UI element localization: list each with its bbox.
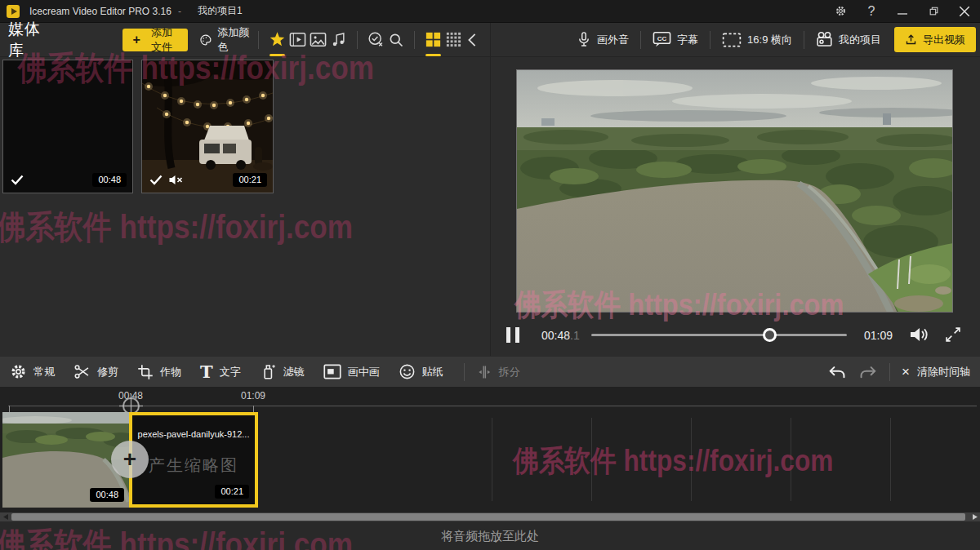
timeline-scrollbar[interactable]: [0, 512, 980, 521]
titlebar: Icecream Video Editor PRO 3.16 - 我的项目1 ?: [0, 0, 980, 23]
audio-drop-zone[interactable]: 将音频拖放至此处: [0, 521, 980, 550]
speaker-icon: [909, 326, 930, 344]
volume-button[interactable]: [909, 326, 930, 344]
timeline-slot-divider: [890, 418, 891, 501]
scrollbar-thumb[interactable]: [11, 513, 965, 521]
tool-crop[interactable]: 作物: [137, 364, 181, 380]
fullscreen-button[interactable]: [945, 326, 961, 343]
project-toolbar: 画外音 CC 字幕 16:9 横向: [490, 23, 980, 56]
view-large-grid-button[interactable]: [425, 29, 442, 51]
microphone-icon: [577, 31, 591, 48]
grid-small-icon: [446, 32, 461, 47]
subtitles-button[interactable]: CC 字幕: [653, 31, 698, 48]
add-file-button[interactable]: + 添加文件: [122, 29, 188, 51]
pause-button[interactable]: [506, 327, 521, 343]
title-separator: -: [178, 6, 181, 17]
tab-videos[interactable]: [289, 29, 306, 51]
filter-jar-icon: [260, 363, 277, 380]
svg-text:CC: CC: [657, 35, 667, 42]
tool-general[interactable]: 常规: [10, 363, 55, 380]
redo-icon: [858, 364, 878, 380]
toolbar-divider: [640, 31, 641, 49]
maximize-button[interactable]: [918, 0, 949, 23]
gear-icon: [10, 363, 27, 380]
checkmark-icon: [11, 175, 24, 185]
toolsbar-divider: [889, 363, 890, 381]
clip-thumbnail-status: 产生缩略图: [132, 455, 255, 477]
toolbar-divider: [414, 31, 415, 49]
toolbar-divider: [804, 31, 804, 49]
my-projects-button[interactable]: 我的项目: [816, 31, 881, 48]
ruler-marker-end: 01:09: [234, 390, 272, 401]
preview-frame-river: [517, 70, 953, 313]
add-color-button[interactable]: 添加颜色: [199, 25, 251, 55]
tool-sticker[interactable]: 贴纸: [399, 363, 443, 380]
video-preview[interactable]: [516, 69, 953, 313]
aspect-ratio-icon: [722, 33, 742, 47]
plus-icon: +: [133, 33, 140, 47]
app-title: Icecream Video Editor PRO 3.16: [29, 6, 172, 17]
duration-badge: 00:21: [233, 173, 267, 187]
timeline: 00:48 01:09: [0, 387, 980, 519]
timeline-slot-divider: [791, 418, 791, 501]
clear-x-icon: ×: [902, 365, 910, 379]
scissors-icon: [74, 363, 91, 380]
ruler-line[interactable]: [8, 406, 977, 406]
collapse-panel-button[interactable]: [463, 29, 480, 51]
expand-icon: [945, 326, 961, 343]
audio-drop-hint: 将音频拖放至此处: [441, 529, 539, 544]
duration-badge: 00:21: [215, 485, 249, 499]
crop-icon: [137, 364, 154, 380]
media-item-camper-clip[interactable]: 00:21: [141, 60, 274, 193]
seek-slider[interactable]: [591, 334, 847, 336]
undo-icon: [827, 364, 847, 380]
text-tool-icon: T: [200, 364, 213, 380]
tab-audio[interactable]: [330, 29, 347, 51]
minimize-button[interactable]: [887, 0, 918, 23]
watermark: 佛系软件 https://foxirj.com: [0, 205, 353, 250]
tab-images[interactable]: [310, 29, 327, 51]
deselect-all-button[interactable]: [368, 29, 385, 51]
redo-button[interactable]: [858, 364, 878, 380]
clear-timeline-button[interactable]: × 清除时间轴: [902, 365, 970, 379]
project-name: 我的项目1: [198, 4, 243, 18]
chevron-left-icon: [466, 33, 479, 47]
tool-pip[interactable]: 画中画: [323, 364, 380, 379]
timeline-slot-divider: [691, 418, 692, 501]
media-item-dark-clip[interactable]: 00:48: [2, 60, 133, 193]
scroll-right-arrow[interactable]: [969, 512, 980, 521]
scroll-left-arrow[interactable]: [0, 512, 11, 521]
tool-trim[interactable]: 修剪: [74, 363, 118, 380]
search-icon: [388, 32, 404, 48]
split-icon: [476, 364, 492, 380]
toolbar-divider: [710, 31, 710, 49]
media-toolbar: 媒体库 + 添加文件 添加颜色: [0, 23, 490, 56]
tool-filter[interactable]: 滤镜: [260, 363, 305, 380]
tab-favorites[interactable]: [269, 29, 286, 51]
settings-gear-icon[interactable]: [825, 0, 856, 23]
aspect-ratio-button[interactable]: 16:9 横向: [722, 33, 792, 47]
upload-icon: [905, 33, 917, 46]
add-transition-button[interactable]: +: [111, 441, 149, 478]
seek-slider-knob[interactable]: [763, 328, 777, 342]
close-button[interactable]: [949, 0, 980, 23]
clip-filename: pexels-pavel-danilyuk-912...: [132, 429, 255, 439]
tool-text[interactable]: T 文字: [200, 364, 241, 380]
toolbar-divider: [258, 31, 259, 49]
search-button[interactable]: [388, 29, 405, 51]
help-button[interactable]: ?: [856, 0, 887, 23]
tool-split[interactable]: 拆分: [476, 364, 520, 380]
image-icon: [310, 32, 327, 47]
grid-large-icon: [425, 32, 441, 47]
total-time: 01:09: [864, 329, 893, 342]
voiceover-button[interactable]: 画外音: [577, 31, 629, 48]
toolbar-divider: [357, 31, 358, 49]
duration-badge: 00:48: [92, 173, 127, 187]
ruler-tick: [253, 406, 254, 412]
view-small-grid-button[interactable]: [445, 29, 462, 51]
export-video-button[interactable]: 导出视频: [894, 27, 976, 52]
media-panel-title: 媒体库: [8, 19, 47, 61]
cc-subtitles-icon: CC: [653, 31, 671, 48]
app-logo-icon: [7, 5, 20, 18]
undo-button[interactable]: [827, 364, 847, 380]
